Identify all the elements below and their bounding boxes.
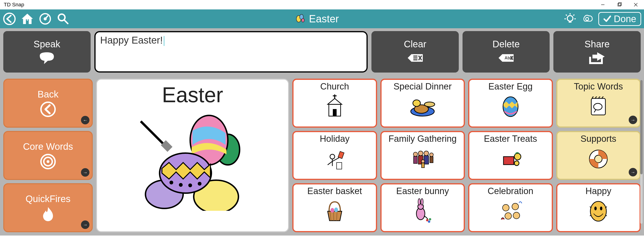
speak-button[interactable]: Speak <box>3 31 90 73</box>
link-indicator-icon: → <box>81 220 90 229</box>
done-button[interactable]: Done <box>598 12 641 26</box>
cell-easter-treats[interactable]: Easter Treats <box>468 131 553 180</box>
cell-label: Happy <box>586 186 611 196</box>
quickfires-button[interactable]: QuickFires → <box>3 183 93 232</box>
search-icon[interactable] <box>56 12 70 26</box>
speak-label: Speak <box>34 39 60 50</box>
svg-point-94 <box>590 201 606 221</box>
svg-point-75 <box>514 161 519 166</box>
svg-line-19 <box>574 15 574 16</box>
svg-point-85 <box>418 198 420 205</box>
back-arrow-icon <box>40 101 56 118</box>
done-label: Done <box>614 14 636 24</box>
minimize-button[interactable] <box>594 0 611 10</box>
svg-point-67 <box>424 151 429 156</box>
svg-point-74 <box>514 153 521 160</box>
back-label: Back <box>38 89 58 100</box>
svg-rect-73 <box>504 157 514 165</box>
cell-family-gathering[interactable]: Family Gathering <box>380 131 465 180</box>
cell-label: Easter Treats <box>484 134 537 144</box>
back-button[interactable]: Back ← <box>3 79 93 128</box>
grid-scrollbar[interactable] <box>640 80 642 224</box>
svg-point-92 <box>505 213 512 219</box>
sidebar: Back ← Core Words → QuickFires → <box>3 79 93 232</box>
svg-line-18 <box>566 15 567 16</box>
hero-title: Easter <box>162 83 223 107</box>
app-toolbar: Easter Done <box>0 10 644 28</box>
holiday-icon <box>320 145 349 171</box>
quickfires-label: QuickFires <box>26 194 70 204</box>
svg-line-59 <box>328 161 332 165</box>
sync-icon[interactable] <box>581 12 594 26</box>
church-icon <box>320 93 349 118</box>
svg-point-96 <box>600 206 602 210</box>
clear-button[interactable]: Clear <box>372 31 459 73</box>
cell-happy[interactable]: Happy <box>556 183 641 232</box>
cell-easter-basket[interactable]: Easter basket <box>292 183 377 232</box>
cell-special-dinner[interactable]: Special Dinner <box>380 79 465 128</box>
share-icon <box>588 51 606 65</box>
scrollbar-thumb[interactable] <box>640 80 642 174</box>
svg-point-16 <box>567 16 573 21</box>
cell-label: Easter Egg <box>488 82 533 92</box>
dashboard-icon[interactable] <box>38 12 52 26</box>
svg-point-86 <box>421 198 423 205</box>
cell-easter-egg[interactable]: Easter Egg <box>468 79 553 128</box>
egg-icon <box>496 93 525 118</box>
svg-point-57 <box>330 154 335 159</box>
family-icon <box>408 145 437 171</box>
lightbulb-icon[interactable] <box>564 12 577 26</box>
cell-label: Easter basket <box>308 186 362 196</box>
cell-holiday[interactable]: Holiday <box>292 131 377 180</box>
close-button[interactable] <box>628 0 644 10</box>
svg-point-91 <box>512 203 518 210</box>
link-indicator-icon: → <box>629 168 637 176</box>
cell-church[interactable]: Church <box>292 79 377 128</box>
share-button[interactable]: Share <box>554 31 641 73</box>
svg-line-79 <box>334 211 334 221</box>
home-icon[interactable] <box>21 12 34 26</box>
svg-point-89 <box>428 220 430 223</box>
svg-point-69 <box>430 153 433 157</box>
share-label: Share <box>584 39 610 50</box>
svg-point-45 <box>198 182 202 186</box>
cell-topic-words[interactable]: Topic Words → <box>556 79 641 128</box>
cell-label: Supports <box>580 134 616 144</box>
cell-label: Special Dinner <box>394 82 452 92</box>
back-icon[interactable] <box>3 12 16 26</box>
cell-supports[interactable]: Supports → <box>556 131 641 180</box>
svg-rect-62 <box>336 162 342 169</box>
window-titlebar: TD Snap <box>0 0 644 10</box>
delete-button[interactable]: Delete Abc <box>462 31 550 73</box>
svg-rect-64 <box>414 156 417 163</box>
maximize-button[interactable] <box>611 0 628 10</box>
page-icon <box>294 12 306 26</box>
svg-point-87 <box>426 219 428 221</box>
svg-line-12 <box>64 20 68 24</box>
svg-point-53 <box>413 100 420 106</box>
delete-icon: Abc <box>497 51 516 65</box>
cell-easter-bunny[interactable]: Easter bunny <box>380 183 465 232</box>
cell-label: Holiday <box>320 134 350 144</box>
svg-point-81 <box>330 208 334 213</box>
svg-rect-61 <box>338 151 344 159</box>
message-textbox[interactable]: Happy Easter! <box>94 31 368 73</box>
topic-hero[interactable]: Easter <box>96 79 289 232</box>
cell-label: Celebration <box>488 186 533 196</box>
clear-label: Clear <box>404 39 426 50</box>
svg-rect-6 <box>26 19 27 22</box>
core-words-button[interactable]: Core Words → <box>3 131 93 180</box>
svg-point-63 <box>413 152 418 156</box>
treats-icon <box>496 145 525 171</box>
svg-point-93 <box>513 212 520 219</box>
svg-rect-7 <box>28 19 29 22</box>
svg-rect-70 <box>430 157 433 163</box>
page-title: Easter <box>309 13 339 25</box>
message-bar: Speak Happy Easter! Clear Delete Abc Sha… <box>0 28 644 75</box>
svg-point-65 <box>418 151 423 156</box>
svg-point-5 <box>4 13 15 25</box>
svg-point-34 <box>46 160 50 163</box>
main-area: Back ← Core Words → QuickFires → Easter <box>0 75 644 235</box>
link-indicator-icon: → <box>629 116 637 124</box>
cell-celebration[interactable]: Celebration <box>468 183 553 232</box>
